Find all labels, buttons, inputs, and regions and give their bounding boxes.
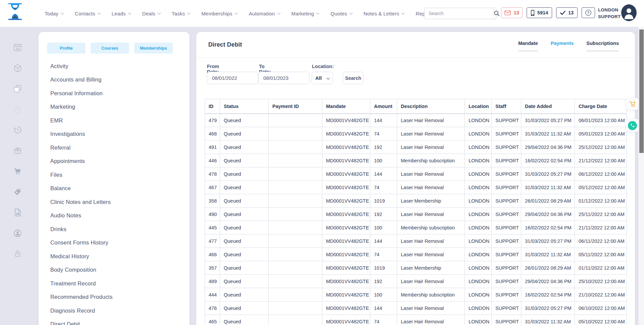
cell-charge-date: 05/11/2022 12:00 AM — [575, 248, 627, 261]
table-row[interactable]: 467QueuedMD0001VV482GTE74Laser Hair Remo… — [205, 181, 627, 194]
sidebar-item-consent-forms-history[interactable]: Consent Forms History — [50, 236, 183, 250]
sidebar-item-drinks[interactable]: Drinks — [50, 222, 183, 236]
table-row[interactable]: 444QueuedMD0001VV482GTE100Membership sub… — [205, 288, 627, 302]
rail-security-button[interactable] — [0, 243, 35, 264]
rail-reports-button[interactable] — [0, 202, 35, 223]
table-row[interactable]: 491QueuedMD0001VV482GTE192Laser Hair Rem… — [205, 141, 627, 154]
table-row[interactable]: 445QueuedMD0001VV482GTE100Membership sub… — [205, 221, 627, 234]
mail-notifications-button[interactable]: 13 — [501, 7, 523, 18]
nav-item-today[interactable]: Today — [45, 11, 63, 16]
sidebar-item-treatment-record[interactable]: Treatment Record — [50, 277, 183, 290]
nav-item-automation[interactable]: Automation — [249, 11, 280, 16]
help-button[interactable]: ? — [582, 7, 595, 18]
to-date-input[interactable] — [258, 72, 310, 84]
table-row[interactable]: 478QueuedMD0001VV482GTE144Laser Hair Rem… — [205, 167, 627, 181]
cell-staff: SUPPORT — [492, 167, 521, 181]
nav-item-contacts[interactable]: Contacts — [75, 11, 100, 16]
nav-item-memberships[interactable]: Memberships — [201, 11, 237, 16]
tab-courses[interactable]: Courses — [91, 43, 129, 54]
tab-mandate[interactable]: Mandate — [518, 41, 538, 51]
cell-mandate: MD0001VV482GTE — [322, 302, 370, 315]
sidebar-item-diagnosis-record[interactable]: Diagnosis Record — [50, 304, 183, 318]
sidebar-item-appointments[interactable]: Appointments — [50, 155, 183, 168]
nav-item-leads[interactable]: Leads — [112, 11, 131, 16]
cell-charge-date: 05/12/2022 12:00 AM — [575, 181, 627, 194]
floating-call-button[interactable] — [626, 119, 639, 132]
cell-mandate: MD0001VV482GTE — [322, 127, 370, 141]
tab-profile[interactable]: Profile — [47, 43, 86, 54]
rail-products-button[interactable] — [0, 58, 35, 79]
sidebar-item-investigations[interactable]: Investigations — [50, 127, 183, 141]
rail-calendar-button[interactable]: 12 — [0, 37, 35, 58]
rail-history-button[interactable] — [0, 120, 35, 141]
sidebar-item-personal-information[interactable]: Personal Information — [50, 87, 183, 100]
cell-status: Queued — [220, 234, 269, 248]
cell-date-added: 31/03/2022 05:27 PM — [521, 114, 575, 127]
sidebar-item-recommended-products[interactable]: Recommended Products — [50, 290, 183, 304]
cell-location: LONDON — [465, 208, 492, 221]
sidebar-item-files[interactable]: Files — [50, 168, 183, 182]
floating-cart-button[interactable] — [626, 98, 639, 110]
search-submit-button[interactable] — [493, 8, 500, 19]
cart-icon — [13, 167, 22, 176]
mobile-phone-icon — [531, 10, 535, 16]
shopping-bag-icon — [13, 105, 22, 114]
sidebar-item-activity[interactable]: Activity — [50, 59, 183, 73]
sidebar-item-direct-debit[interactable]: Direct Debit — [50, 318, 183, 325]
sidebar-item-balance[interactable]: Balance — [50, 182, 183, 196]
tab-memberships[interactable]: Memberships — [134, 43, 173, 54]
vertical-scrollbar[interactable] — [638, 27, 644, 325]
cell-charge-date: 01/11/2022 12:00 AM — [575, 261, 627, 275]
sidebar-item-emr[interactable]: EMR — [50, 114, 183, 127]
scrollbar-thumb[interactable] — [639, 30, 644, 153]
rail-duplicates-button[interactable] — [0, 78, 35, 99]
cell-id: 468 — [205, 127, 220, 141]
table-row[interactable]: 446QueuedMD0001VV482GTE100Membership sub… — [205, 154, 627, 167]
sidebar-item-audio-notes[interactable]: Audio Notes — [50, 209, 183, 223]
table-row[interactable]: 479QueuedMD0001VV482GTE144Laser Hair Rem… — [205, 114, 627, 127]
app-logo-hourglass-icon[interactable] — [8, 2, 22, 21]
user-avatar[interactable] — [621, 4, 637, 21]
location-select[interactable]: All — [312, 72, 333, 84]
sidebar-item-accounts-and-billing[interactable]: Accounts and Billing — [50, 73, 183, 87]
tasks-done-button[interactable]: 13 — [556, 7, 578, 18]
nav-item-tasks[interactable]: Tasks — [172, 11, 190, 16]
cell-date-added: 16/02/2022 02:54 PM — [521, 154, 575, 167]
filter-search-button[interactable]: Search — [343, 72, 364, 84]
table-row[interactable]: 476QueuedMD0001VV482GTE144Laser Hair Rem… — [205, 302, 627, 315]
cell-description: Laser Hair Removal — [397, 127, 465, 141]
sidebar-item-medical-history[interactable]: Medical History — [50, 250, 183, 263]
nav-item-deals[interactable]: Deals — [142, 11, 160, 16]
rail-cart-button[interactable] — [0, 161, 35, 182]
table-row[interactable]: 490QueuedMD0001VV482GTE192Laser Hair Rem… — [205, 208, 627, 221]
column-header-staff: Staff — [492, 99, 521, 114]
table-row[interactable]: 465QueuedMD0001VV482GTE74Laser Hair Remo… — [205, 315, 627, 325]
rail-pricing-button[interactable]: $ — [0, 182, 35, 203]
from-date-input[interactable] — [207, 72, 258, 84]
table-row[interactable]: 468QueuedMD0001VV482GTE74Laser Hair Remo… — [205, 127, 627, 141]
table-row[interactable]: 466QueuedMD0001VV482GTE74Laser Hair Remo… — [205, 248, 627, 261]
user-name-line1: LONDON — [598, 7, 621, 13]
search-input[interactable] — [425, 8, 493, 19]
table-row[interactable]: 358QueuedMD0001VV482GTE1019Laser Members… — [205, 194, 627, 208]
phone-notifications-button[interactable]: 5914 — [527, 7, 552, 18]
sidebar-item-referral[interactable]: Referral — [50, 141, 183, 155]
cell-staff: SUPPORT — [492, 234, 521, 248]
sidebar-item-clinic-notes-and-letters[interactable]: Clinic Notes and Letters — [50, 195, 183, 209]
table-row[interactable]: 489QueuedMD0001VV482GTE192Laser Hair Rem… — [205, 275, 627, 288]
tab-subscriptions[interactable]: Subscriptions — [586, 41, 619, 51]
sidebar-item-marketing[interactable]: Marketing — [50, 100, 183, 114]
nav-item-notes-letters[interactable]: Notes & Letters — [364, 11, 404, 16]
nav-item-marketing[interactable]: Marketing — [291, 11, 319, 16]
cell-mandate: MD0001VV482GTE — [322, 208, 370, 221]
table-row[interactable]: 477QueuedMD0001VV482GTE144Laser Hair Rem… — [205, 234, 627, 248]
cart-icon — [629, 100, 636, 108]
sidebar-item-body-composition[interactable]: Body Composition — [50, 263, 183, 277]
rail-gift-button[interactable] — [0, 141, 35, 161]
table-row[interactable]: 357QueuedMD0001VV482GTE1019Laser Members… — [205, 261, 627, 275]
rail-client-button[interactable] — [0, 223, 35, 244]
tab-payments[interactable]: Payments — [551, 41, 574, 51]
history-icon — [13, 125, 22, 134]
rail-shopping-bag-button[interactable] — [0, 99, 35, 120]
nav-item-quotes[interactable]: Quotes — [330, 11, 352, 16]
